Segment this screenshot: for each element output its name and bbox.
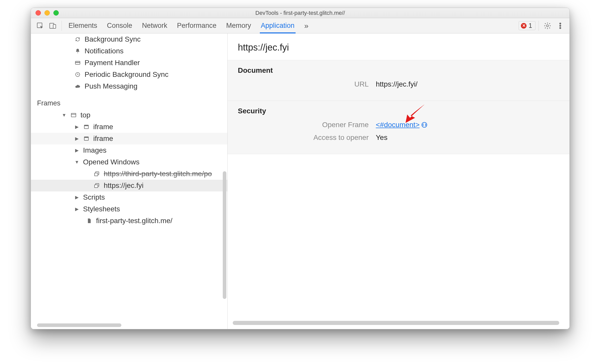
svg-point-3 [546, 25, 548, 27]
sidebar-item-label: Opened Windows [83, 158, 139, 166]
value-access-to-opener: Yes [376, 134, 388, 142]
sidebar-item-label: first-party-test.glitch.me/ [96, 217, 172, 225]
windows-icon [94, 171, 100, 177]
sidebar-item-label: Notifications [85, 47, 124, 55]
disclosure-triangle-icon[interactable]: ▼ [74, 160, 79, 165]
tab-console[interactable]: Console [107, 18, 132, 33]
window-icon [70, 112, 77, 118]
sidebar-item-label: Push Messaging [85, 82, 137, 90]
sidebar-item-label: iframe [93, 135, 113, 143]
sidebar-item-opened-window[interactable]: https://third-party-test.glitch.me/po [31, 168, 227, 180]
section-heading: Document [238, 66, 559, 75]
window-title: DevTools - first-party-test.glitch.me// [31, 10, 569, 16]
sidebar-item-iframe[interactable]: ▶ iframe [31, 133, 227, 144]
sidebar-item-push-messaging[interactable]: Push Messaging [31, 80, 227, 92]
sidebar-item-document[interactable]: first-party-test.glitch.me/ [31, 215, 227, 227]
sidebar-item-notifications[interactable]: Notifications [31, 45, 227, 57]
frame-icon [83, 135, 90, 142]
sidebar-item-stylesheets[interactable]: ▶ Stylesheets [31, 203, 227, 215]
tabs-overflow-button[interactable]: » [304, 18, 309, 33]
svg-rect-10 [71, 113, 76, 117]
sidebar-item-label: top [80, 111, 90, 119]
sidebar-item-opened-window-selected[interactable]: https://jec.fyi [31, 180, 227, 191]
settings-gear-icon[interactable] [542, 20, 553, 31]
cloud-icon [74, 83, 81, 90]
panel-body: Background Sync Notifications Payment Ha… [31, 33, 569, 329]
sidebar-item-label: Payment Handler [85, 59, 140, 67]
tab-application[interactable]: Application [261, 18, 295, 33]
disclosure-triangle-icon[interactable]: ▶ [74, 124, 79, 130]
inspect-element-icon[interactable] [34, 20, 46, 31]
label-opener-frame: Opener Frame [238, 121, 376, 129]
frame-title: https://jec.fyi [228, 33, 569, 60]
credit-card-icon [74, 59, 81, 66]
panel-tabs: Elements Console Network Performance Mem… [65, 18, 309, 33]
sidebar-heading-frames: Frames [31, 92, 227, 109]
svg-rect-19 [95, 185, 98, 188]
row-opener-frame: Opener Frame <#document> [238, 121, 559, 129]
sidebar-item-label: Periodic Background Sync [85, 70, 168, 79]
svg-rect-17 [95, 173, 98, 176]
frame-details-panel: https://jec.fyi Document URL https://jec… [228, 33, 569, 329]
sidebar-item-label: https://jec.fyi [104, 181, 144, 190]
sidebar-item-opened-windows[interactable]: ▼ Opened Windows [31, 156, 227, 168]
devtools-toolbar: Elements Console Network Performance Mem… [31, 18, 569, 33]
disclosure-triangle-icon[interactable]: ▶ [74, 206, 79, 212]
sidebar-item-payment-handler[interactable]: Payment Handler [31, 57, 227, 69]
sidebar-item-label: Images [83, 146, 107, 154]
label-access-to-opener: Access to opener [238, 134, 376, 142]
tab-performance[interactable]: Performance [177, 18, 217, 33]
svg-point-4 [560, 23, 561, 24]
clock-icon [74, 71, 81, 78]
sidebar-item-label: Scripts [83, 193, 105, 201]
sidebar-vertical-scrollbar[interactable] [223, 171, 226, 299]
sidebar-item-label: iframe [93, 123, 113, 131]
svg-point-5 [560, 25, 561, 26]
main-horizontal-scrollbar[interactable] [233, 321, 559, 325]
reveal-in-elements-icon[interactable] [421, 122, 428, 128]
sidebar-item-periodic-background-sync[interactable]: Periodic Background Sync [31, 69, 227, 80]
sidebar-item-label: Background Sync [85, 35, 141, 43]
disclosure-triangle-icon[interactable]: ▶ [74, 136, 79, 141]
tab-elements[interactable]: Elements [68, 18, 97, 33]
security-section: Security Opener Frame <#document> Access… [228, 101, 569, 154]
device-toolbar-icon[interactable] [47, 20, 59, 31]
frame-icon [83, 124, 90, 130]
devtools-window: DevTools - first-party-test.glitch.me// … [31, 8, 570, 329]
document-icon [86, 217, 92, 224]
label-url: URL [238, 80, 376, 88]
bell-icon [74, 48, 81, 54]
disclosure-triangle-icon[interactable]: ▶ [74, 195, 79, 200]
sidebar-horizontal-scrollbar[interactable] [37, 323, 225, 327]
toolbar-divider [62, 21, 62, 31]
value-url: https://jec.fyi/ [376, 80, 417, 88]
sidebar-item-background-sync[interactable]: Background Sync [31, 33, 227, 45]
sidebar-item-images[interactable]: ▶ Images [31, 144, 227, 156]
svg-rect-8 [75, 62, 80, 63]
disclosure-triangle-icon[interactable]: ▶ [74, 148, 79, 153]
error-count: 1 [529, 22, 532, 29]
sidebar-item-iframe[interactable]: ▶ iframe [31, 121, 227, 133]
error-icon: ✕ [521, 23, 527, 29]
svg-point-6 [560, 27, 561, 29]
row-access-to-opener: Access to opener Yes [238, 134, 559, 142]
sync-icon [74, 36, 81, 43]
tab-memory[interactable]: Memory [226, 18, 251, 33]
toolbar-divider [539, 21, 539, 31]
svg-rect-13 [84, 125, 88, 126]
more-menu-icon[interactable] [555, 20, 566, 31]
titlebar: DevTools - first-party-test.glitch.me// [31, 8, 569, 18]
sidebar-item-frame-top[interactable]: ▼ top [31, 109, 227, 121]
sidebar-item-scripts[interactable]: ▶ Scripts [31, 191, 227, 203]
windows-icon [94, 182, 100, 189]
svg-rect-15 [84, 137, 88, 138]
opener-frame-link[interactable]: <#document> [376, 121, 419, 129]
application-sidebar: Background Sync Notifications Payment Ha… [31, 33, 228, 329]
disclosure-triangle-icon[interactable]: ▼ [62, 113, 67, 118]
error-count-badge[interactable]: ✕ 1 [519, 21, 535, 30]
tab-network[interactable]: Network [142, 18, 167, 33]
sidebar-item-label: Stylesheets [83, 205, 120, 213]
sidebar-item-label: https://third-party-test.glitch.me/po [104, 170, 212, 178]
document-section: Document URL https://jec.fyi/ [228, 60, 569, 101]
svg-rect-2 [53, 25, 56, 28]
